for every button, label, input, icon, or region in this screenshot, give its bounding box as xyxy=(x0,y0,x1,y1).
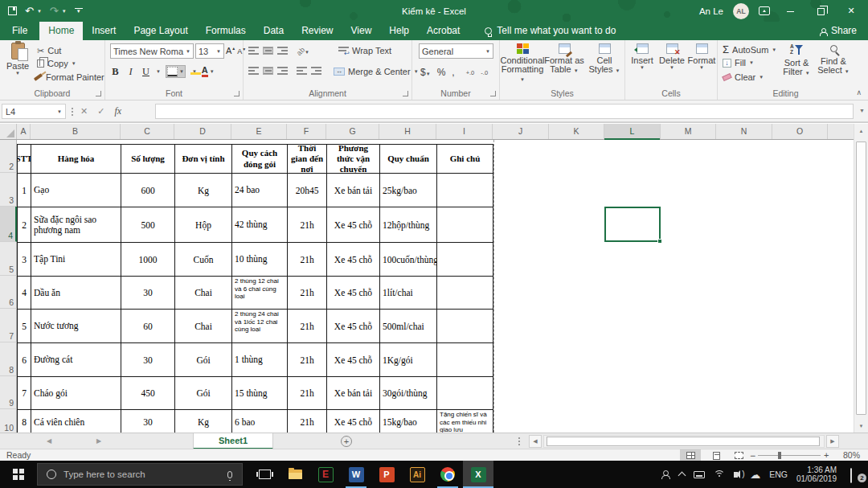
cell-D2[interactable]: Đơn vị tính xyxy=(175,145,232,174)
minimize-button[interactable] xyxy=(780,0,800,22)
cell-H7[interactable]: 500ml/chai xyxy=(380,310,437,343)
bold-button[interactable]: B xyxy=(110,66,121,78)
cell-A7[interactable]: 5 xyxy=(18,310,31,343)
cell-G10[interactable]: Xe 45 chỗ xyxy=(327,410,380,433)
cell-D10[interactable]: Kg xyxy=(175,410,232,433)
scroll-up-icon[interactable]: ▲ xyxy=(854,124,868,137)
cell-C2[interactable]: Số lượng xyxy=(121,145,175,174)
word-button[interactable]: W xyxy=(341,461,371,488)
cell-G9[interactable]: Xe bán tải xyxy=(327,377,380,410)
row-header-2[interactable]: 2 xyxy=(0,144,17,173)
cell-D7[interactable]: Chai xyxy=(175,310,232,343)
formula-input[interactable] xyxy=(155,104,854,119)
cell-B4[interactable]: Sữa đặc ngôi sao phương nam xyxy=(31,207,121,243)
cell-A9[interactable]: 7 xyxy=(18,377,31,410)
vertical-scroll-thumb[interactable] xyxy=(856,141,866,415)
cell-H8[interactable]: 1Kg/gói xyxy=(380,343,437,377)
format-cells-button[interactable]: Format ▼ xyxy=(688,43,715,70)
scroll-left-icon[interactable]: ◀ xyxy=(529,435,542,448)
column-header-H[interactable]: H xyxy=(379,124,436,139)
taskbar-search[interactable]: Type here to search xyxy=(37,463,243,486)
share-button[interactable]: Share xyxy=(820,22,868,40)
cell-E6[interactable]: 2 thùng 12 chai và 6 chai cùng loại xyxy=(232,277,288,310)
zoom-out-button[interactable]: − xyxy=(750,450,755,461)
wifi-icon[interactable] xyxy=(714,470,725,478)
edraw-app-button[interactable]: E xyxy=(310,461,341,488)
cell-F8[interactable]: 21h xyxy=(288,343,327,377)
cell-A8[interactable]: 6 xyxy=(18,343,31,377)
column-header-C[interactable]: C xyxy=(121,124,174,139)
format-as-table-button[interactable]: Format as Table ▼ xyxy=(543,43,585,74)
name-box[interactable]: L4 ▼ xyxy=(2,104,66,119)
cell-C4[interactable]: 500 xyxy=(121,207,175,243)
percent-button[interactable]: % xyxy=(437,67,446,78)
row-header-8[interactable]: 8 xyxy=(0,342,17,376)
cell-F4[interactable]: 21h xyxy=(288,207,327,243)
number-format-combo[interactable]: General▼ xyxy=(419,43,493,59)
paste-dropdown-icon[interactable]: ▼ xyxy=(15,71,20,76)
horizontal-scroll-thumb[interactable] xyxy=(547,437,820,446)
cell-I7[interactable] xyxy=(437,310,493,343)
align-right-icon[interactable] xyxy=(277,67,288,75)
scroll-right-icon[interactable]: ▶ xyxy=(826,435,839,448)
cell-A6[interactable]: 4 xyxy=(18,277,31,310)
selected-cell-L4[interactable] xyxy=(604,207,661,242)
row-header-9[interactable]: 9 xyxy=(0,376,17,409)
cell-I8[interactable] xyxy=(437,343,493,377)
clear-button[interactable]: Clear ▼ xyxy=(723,72,764,82)
people-icon[interactable] xyxy=(661,470,670,479)
cell-B7[interactable]: Nước tương xyxy=(31,310,121,343)
cell-B3[interactable]: Gạo xyxy=(31,174,121,207)
tab-insert[interactable]: Insert xyxy=(83,22,125,40)
cell-E4[interactable]: 42 thùng xyxy=(232,207,288,243)
middle-align-icon[interactable] xyxy=(263,47,273,55)
language-indicator[interactable]: ENG xyxy=(769,470,788,479)
tab-view[interactable]: View xyxy=(342,22,381,40)
fill-color-button[interactable]: ▼ xyxy=(190,69,197,74)
row-header-10[interactable]: 10 xyxy=(0,409,17,433)
formula-bar-grip[interactable] xyxy=(72,108,73,109)
cell-A10[interactable]: 8 xyxy=(18,410,31,433)
page-layout-view-button[interactable] xyxy=(706,449,727,461)
cell-E5[interactable]: 10 thùng xyxy=(232,243,288,277)
cell-A4[interactable]: 2 xyxy=(18,207,31,243)
cell-C10[interactable]: 30 xyxy=(121,410,175,433)
chrome-button[interactable] xyxy=(432,461,463,488)
cell-F10[interactable]: 21h xyxy=(288,410,327,433)
cell-E3[interactable]: 24 bao xyxy=(232,174,288,207)
row-header-7[interactable]: 7 xyxy=(0,309,17,342)
normal-view-button[interactable] xyxy=(680,449,701,461)
start-button[interactable] xyxy=(0,461,37,488)
paste-button[interactable]: Paste ▼ xyxy=(3,43,32,76)
number-dialog-launcher-icon[interactable] xyxy=(490,91,496,96)
cell-G3[interactable]: Xe bán tải xyxy=(327,174,380,207)
select-all-button[interactable] xyxy=(0,124,17,139)
cell-B10[interactable]: Cá viên chiên xyxy=(31,410,121,433)
task-view-button[interactable] xyxy=(249,461,280,488)
tab-data[interactable]: Data xyxy=(255,22,293,40)
collapse-ribbon-icon[interactable]: ∧ xyxy=(856,88,862,96)
column-header-L[interactable]: L xyxy=(604,124,661,139)
cell-B9[interactable]: Cháo gói xyxy=(31,377,121,410)
copy-dropdown-icon[interactable]: ▼ xyxy=(72,61,76,66)
show-hidden-icons-icon[interactable] xyxy=(678,472,686,480)
page-break-view-button[interactable] xyxy=(728,449,749,461)
column-header-F[interactable]: F xyxy=(287,124,326,139)
cell-styles-button[interactable]: Cell Styles ▼ xyxy=(585,43,624,74)
merge-center-button[interactable]: ↔ Merge & Center ▼ xyxy=(334,67,419,76)
redo-icon[interactable]: ↷ xyxy=(50,6,59,16)
align-left-icon[interactable] xyxy=(248,67,259,75)
excel-button[interactable]: X xyxy=(463,461,493,488)
cell-G4[interactable]: Xe 45 chỗ xyxy=(327,207,380,243)
cell-G6[interactable]: Xe 45 chỗ xyxy=(327,277,380,310)
decrease-indent-icon[interactable] xyxy=(297,67,307,75)
tab-page-layout[interactable]: Page Layout xyxy=(125,22,196,40)
align-center-icon[interactable] xyxy=(263,67,273,75)
name-box-dropdown-icon[interactable]: ▼ xyxy=(57,109,62,114)
file-explorer-button[interactable] xyxy=(280,461,310,488)
zoom-in-button[interactable]: + xyxy=(824,450,829,460)
clock[interactable]: 1:36 AM 01/06/2019 xyxy=(796,465,837,484)
decrease-decimal-icon[interactable]: -.0 xyxy=(481,69,488,76)
grid-body[interactable]: 2345678910 STTHàng hóaSố lượngĐơn vị tín… xyxy=(0,140,854,433)
cell-A5[interactable]: 3 xyxy=(18,243,31,277)
